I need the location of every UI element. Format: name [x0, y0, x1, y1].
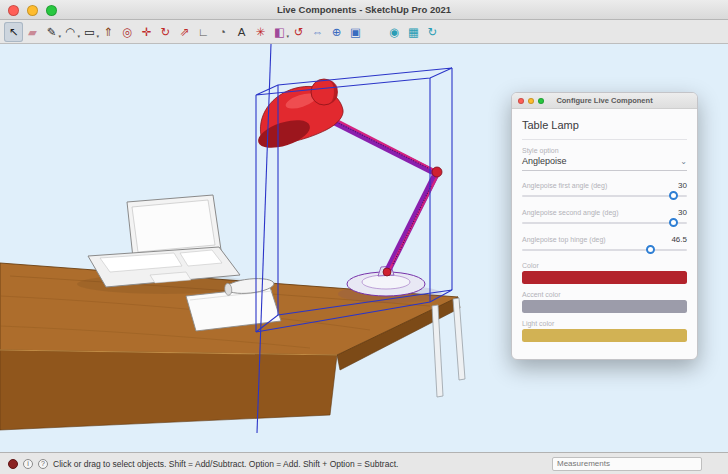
title-bar: Live Components - SketchUp Pro 2021 [0, 0, 728, 20]
pan-tool-icon[interactable]: ⇔ [308, 22, 327, 42]
chevron-down-icon: ⌄ [680, 157, 687, 166]
window-title: Live Components - SketchUp Pro 2021 [277, 4, 451, 15]
slider-label: Anglepoise first angle (deg) [522, 182, 607, 189]
orbit-tool-icon[interactable]: ↺ [289, 22, 308, 42]
slider-label: Anglepoise second angle (deg) [522, 209, 619, 216]
select-tool-icon[interactable]: ↖ [4, 22, 23, 42]
slider-value: 30 [678, 181, 687, 190]
arc-tool-icon[interactable]: ◠▾ [61, 22, 80, 42]
color-label: Light color [522, 320, 687, 327]
color-row-2: Light color [522, 320, 687, 342]
color-row-1: Accent color [522, 291, 687, 313]
minimize-button[interactable] [27, 5, 38, 16]
paint-bucket-tool-icon[interactable]: ◧▾ [270, 22, 289, 42]
axes-tool-icon[interactable]: ✳ [251, 22, 270, 42]
color-label: Accent color [522, 291, 687, 298]
slider-row-1: Anglepoise second angle (deg)30 [522, 208, 687, 224]
eraser-tool-icon[interactable]: ▰ [23, 22, 42, 42]
color-swatch[interactable] [522, 300, 687, 313]
rotate-tool-icon[interactable]: ↻ [156, 22, 175, 42]
zoom-extents-tool-icon[interactable]: ▣ [346, 22, 365, 42]
extension-tool-icon[interactable]: ↻ [423, 22, 442, 42]
slider-row-0: Anglepoise first angle (deg)30 [522, 181, 687, 197]
dialog-colors: ColorAccent colorLight color [522, 262, 687, 342]
color-label: Color [522, 262, 687, 269]
text-tool-icon[interactable]: A [232, 22, 251, 42]
line-tool-icon[interactable]: ✎▾ [42, 22, 61, 42]
dialog-close-button[interactable] [518, 98, 524, 104]
slider-knob[interactable] [669, 218, 678, 227]
color-swatch[interactable] [522, 329, 687, 342]
status-dot-icon [8, 459, 18, 469]
help-icon[interactable]: ? [38, 459, 48, 469]
live-components-tool-icon[interactable]: ◉ [385, 22, 404, 42]
lamp-elbow-joint[interactable] [432, 167, 442, 177]
slider-label: Anglepoise top hinge (deg) [522, 236, 606, 243]
tape-measure-tool-icon[interactable]: ∟ [194, 22, 213, 42]
status-hint: Click or drag to select objects. Shift =… [53, 459, 398, 469]
dialog-minimize-button[interactable] [528, 98, 534, 104]
rectangle-tool-icon[interactable]: ▭▾ [80, 22, 99, 42]
component-name: Table Lamp [522, 115, 687, 140]
slider-knob[interactable] [646, 245, 655, 254]
measurements-input[interactable] [552, 457, 702, 471]
slider-track[interactable] [522, 195, 687, 197]
info-icon[interactable]: i [23, 459, 33, 469]
warehouse-tool-icon[interactable]: ▦ [404, 22, 423, 42]
slider-track[interactable] [522, 222, 687, 224]
protractor-tool-icon[interactable]: ◔ [213, 22, 232, 42]
slider-track[interactable] [522, 249, 687, 251]
slider-value: 46.5 [671, 235, 687, 244]
slider-value: 30 [678, 208, 687, 217]
style-option-select[interactable]: Anglepoise ⌄ [522, 156, 687, 171]
offset-tool-icon[interactable]: ◎ [118, 22, 137, 42]
scale-tool-icon[interactable]: ⇗ [175, 22, 194, 42]
sketchup-window: Live Components - SketchUp Pro 2021 ↖▰✎▾… [0, 0, 728, 474]
zoom-tool-icon[interactable]: ⊕ [327, 22, 346, 42]
dialog-sliders: Anglepoise first angle (deg)30Anglepoise… [522, 181, 687, 251]
move-tool-icon[interactable]: ✛ [137, 22, 156, 42]
dialog-title-bar[interactable]: Configure Live Component [512, 93, 697, 109]
close-button[interactable] [8, 5, 19, 16]
slider-row-2: Anglepoise top hinge (deg)46.5 [522, 235, 687, 251]
viewport[interactable]: Configure Live Component Table Lamp Styl… [0, 44, 728, 452]
color-row-0: Color [522, 262, 687, 284]
toolbar: ↖▰✎▾◠▾▭▾⇑◎✛↻⇗∟◔A✳◧▾↺⇔⊕▣◉▦↻ [0, 20, 728, 44]
dialog-title: Configure Live Component [556, 96, 652, 105]
zoom-button[interactable] [46, 5, 57, 16]
pushpull-tool-icon[interactable]: ⇑ [99, 22, 118, 42]
configure-live-component-dialog: Configure Live Component Table Lamp Styl… [511, 92, 698, 360]
slider-knob[interactable] [669, 191, 678, 200]
color-swatch[interactable] [522, 271, 687, 284]
style-option-value: Anglepoise [522, 156, 567, 166]
style-option-label: Style option [522, 147, 687, 154]
dialog-zoom-button[interactable] [538, 98, 544, 104]
status-bar: i ? Click or drag to select objects. Shi… [0, 452, 728, 474]
